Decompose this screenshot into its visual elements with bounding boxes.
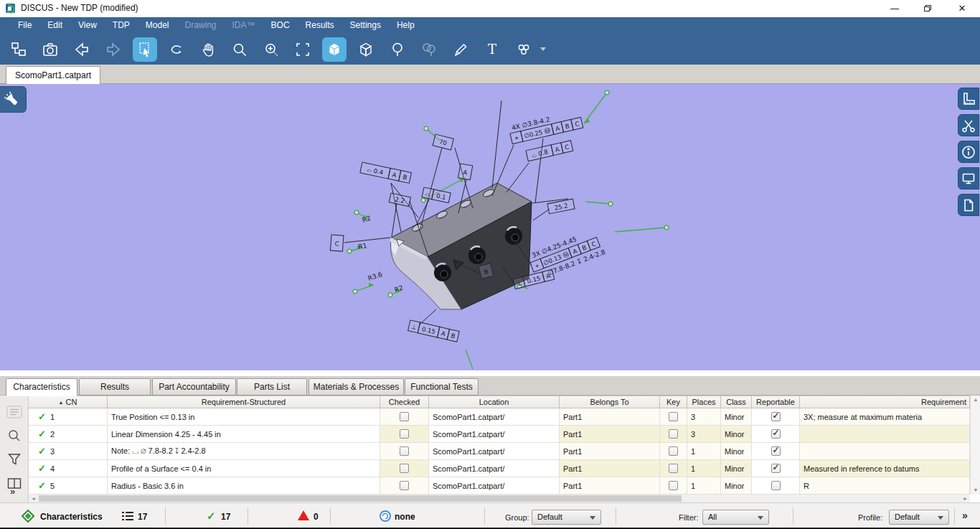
menu-item-view[interactable]: View — [70, 17, 105, 34]
column-header-location[interactable]: Location — [429, 395, 560, 408]
panel-tab-part-accountability[interactable]: Part Accountability — [152, 378, 236, 395]
panel-tab-results[interactable]: Results — [79, 378, 151, 395]
radius-r36-label[interactable]: R3.6 — [367, 271, 384, 282]
restore-button[interactable] — [911, 0, 944, 17]
menu-item-file[interactable]: File — [10, 17, 39, 34]
forward-button[interactable] — [101, 37, 126, 62]
profile-dropdown[interactable]: Default — [889, 510, 949, 525]
column-header-places[interactable]: Places — [687, 395, 721, 408]
horizontal-scrollbar[interactable]: ◄ ► — [29, 495, 970, 502]
table-row[interactable]: ✓2Linear Dimension 4.25 - 4.45 inScomoPa… — [29, 426, 970, 443]
datum-c-flag[interactable]: C — [330, 235, 343, 251]
cad-drawing[interactable]: ⌓ 0.4 A B ⌓ 0.1 70 2.2 4X ∅3.8-4.2 ⌖ ∅0.… — [0, 84, 980, 370]
filter-dropdown[interactable]: All — [702, 510, 769, 525]
scrollbar-thumb[interactable] — [39, 495, 682, 502]
fit-view-button[interactable] — [291, 37, 315, 62]
document-tab[interactable]: ScomoPart1.catpart — [6, 66, 100, 84]
back-button[interactable] — [70, 37, 94, 62]
reportable-checkbox[interactable] — [771, 412, 781, 421]
search-view-button[interactable] — [227, 37, 252, 62]
filter-funnel-icon[interactable] — [6, 451, 22, 467]
column-header-checked[interactable]: Checked — [380, 395, 429, 408]
checked-checkbox[interactable] — [400, 446, 409, 456]
menu-item-drawing[interactable]: Drawing — [177, 17, 225, 34]
column-header-reportable[interactable]: Reportable — [752, 395, 800, 408]
fcf-4x-frame[interactable]: 4X ∅3.8-4.2 ⌖ ∅0.25 Ⓜ A B C — [508, 109, 583, 144]
key-checkbox[interactable] — [669, 481, 678, 490]
menu-item-settings[interactable]: Settings — [342, 17, 389, 34]
column-header-belongs_to[interactable]: Belongs To — [560, 395, 660, 408]
display-button[interactable] — [958, 167, 979, 189]
document-button[interactable] — [958, 194, 979, 216]
radius-r2b-label[interactable]: R2 — [394, 284, 404, 294]
menu-item-results[interactable]: Results — [298, 17, 342, 34]
model-tree-button[interactable] — [6, 37, 31, 62]
rotate-view-button[interactable] — [164, 37, 189, 62]
select-element-button[interactable] — [133, 37, 157, 62]
cad-viewport[interactable]: ⌓ 0.4 A B ⌓ 0.1 70 2.2 4X ∅3.8-4.2 ⌖ ∅0.… — [0, 84, 980, 370]
key-checkbox[interactable] — [669, 464, 678, 473]
checked-checkbox[interactable] — [400, 464, 409, 473]
radius-r2a-label[interactable]: R2 — [362, 215, 372, 224]
zoom-in-button[interactable] — [259, 37, 283, 62]
checked-checkbox[interactable] — [400, 481, 409, 490]
column-header-cn[interactable]: ▲CN — [29, 395, 108, 408]
column-header-key[interactable]: Key — [660, 395, 687, 408]
balloon-button[interactable] — [385, 37, 410, 62]
shaded-view-button[interactable] — [322, 37, 347, 62]
radius-r1-label[interactable]: R1 — [358, 242, 368, 251]
group-cluster-button[interactable] — [512, 37, 536, 62]
dimension-70[interactable]: 70 — [433, 134, 453, 150]
key-checkbox[interactable] — [669, 412, 678, 421]
perpendicularity-ab-frame[interactable]: ⊥ 0.15 A B — [408, 320, 460, 342]
close-button[interactable]: ✕ — [946, 0, 979, 17]
column-header-requirement[interactable]: Requirement-Structured — [108, 395, 380, 408]
info-button[interactable] — [958, 141, 979, 163]
panel-tab-characteristics[interactable]: Characteristics — [6, 378, 77, 396]
reportable-checkbox[interactable] — [771, 429, 781, 439]
dimension-2.2[interactable]: 2.2 — [389, 193, 410, 207]
scroll-down-arrow[interactable]: ▼ — [971, 486, 980, 495]
expand-strip-chevrons[interactable]: » — [10, 486, 26, 502]
scroll-up-arrow[interactable]: ▲ — [971, 395, 980, 404]
key-checkbox[interactable] — [669, 429, 678, 439]
menu-item-tdp[interactable]: TDP — [105, 17, 138, 34]
table-row[interactable]: ✓5Radius - Basic 3.6 inScomoPart1.catpar… — [29, 477, 970, 495]
table-row[interactable]: ✓1True Position <= 0.13 inScomoPart1.cat… — [29, 408, 970, 426]
table-row[interactable]: ✓4Profile of a Surface <= 0.4 inScomoPar… — [29, 460, 970, 477]
menu-item-boc[interactable]: BOC — [263, 17, 298, 34]
profile01-frame[interactable]: ⌓ 0.1 — [422, 187, 451, 203]
list-view-icon[interactable] — [6, 404, 22, 420]
markup-pencil-button[interactable] — [448, 37, 473, 62]
wireframe-view-button[interactable] — [354, 37, 378, 62]
column-header-requirement_note[interactable]: Requirement — [800, 395, 970, 408]
datum-b-flag[interactable]: B — [479, 263, 494, 279]
search-filter-icon[interactable] — [6, 428, 22, 444]
key-checkbox[interactable] — [669, 446, 678, 456]
reportable-checkbox[interactable] — [771, 446, 781, 456]
checked-checkbox[interactable] — [400, 429, 409, 439]
scroll-right-arrow[interactable]: ► — [961, 495, 970, 502]
profile08-frame[interactable]: ⌓ 0.8 A C — [526, 141, 573, 161]
datum-a-flag[interactable]: A — [458, 164, 473, 180]
screenshot-button[interactable] — [38, 37, 62, 62]
menu-item-help[interactable]: Help — [389, 17, 423, 34]
checked-checkbox[interactable] — [400, 412, 409, 421]
reportable-checkbox[interactable] — [771, 464, 781, 473]
pan-button[interactable] — [196, 37, 220, 62]
group-dropdown[interactable]: Default — [532, 510, 601, 525]
column-header-class[interactable]: Class — [721, 395, 752, 408]
table-row[interactable]: ✓3Note: ⌴ ∅ 7.8-8.2 ↧ 2.4-2.8ScomoPart1.… — [29, 443, 970, 460]
panel-tab-functional-tests[interactable]: Functional Tests — [405, 378, 479, 395]
reportable-checkbox[interactable] — [771, 481, 781, 490]
part-body[interactable] — [390, 183, 532, 309]
panel-tab-parts-list[interactable]: Parts List — [237, 378, 307, 395]
cluster-dropdown-caret[interactable] — [540, 47, 546, 51]
panel-tab-materials-processes[interactable]: Materials & Processes — [308, 378, 404, 395]
text-annotation-button[interactable]: T — [480, 37, 504, 62]
menu-item-model[interactable]: Model — [138, 17, 177, 34]
vertical-scrollbar[interactable]: ▲ ▼ — [970, 395, 980, 495]
cut-button[interactable] — [958, 114, 979, 136]
highlight-tool-button[interactable] — [0, 86, 27, 113]
menu-item-ida[interactable]: IDA™ — [225, 17, 263, 34]
